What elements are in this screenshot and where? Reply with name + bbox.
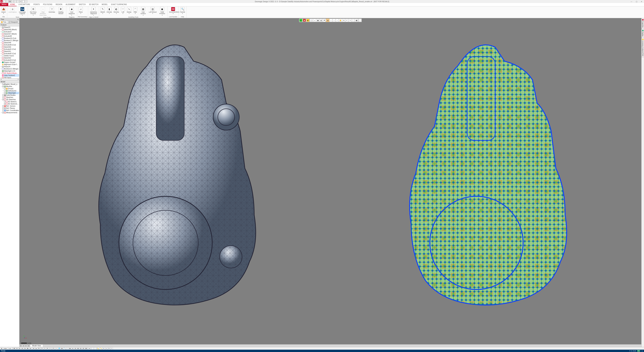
bt-16-icon[interactable]: ⟲ (56, 347, 58, 350)
checkbox[interactable]: ✓ (2, 112, 4, 113)
bt-31-icon[interactable]: 📐 (97, 347, 100, 350)
tree-tab-tree[interactable]: Tree (0, 21, 8, 23)
bt-36-icon[interactable]: ⊙ (111, 347, 113, 350)
feature-tree-scrollbar[interactable] (0, 78, 19, 80)
checkbox[interactable]: ✓ (4, 92, 6, 94)
vt-split-icon[interactable]: ▥ (320, 19, 322, 22)
menu-tab-points[interactable]: POINTS (32, 3, 41, 6)
bt-2-icon[interactable]: ▤ (16, 347, 18, 350)
feature-item[interactable]: +Boolean10 (Cut) (0, 37, 19, 39)
feature-item[interactable]: +Extrude42 (Cut) (0, 52, 19, 55)
vt-expand-icon[interactable]: ⛶ (358, 19, 362, 22)
qat-cmd-icon[interactable]: ⌘ (20, 0, 22, 3)
expand-icon[interactable]: + (0, 77, 2, 78)
feature-item[interactable]: +Delete Face1 (0, 55, 19, 57)
menu-tab-home[interactable]: HOME (8, 3, 16, 6)
expand-icon[interactable]: + (0, 29, 2, 30)
minimize-button[interactable]: — (629, 0, 634, 3)
bt-10-icon[interactable]: ◓ (38, 347, 40, 350)
feature-item[interactable]: +Sketch49 (0, 42, 19, 44)
checkbox[interactable] (2, 110, 4, 111)
model-item[interactable]: 3D Sketch1 (0, 101, 19, 103)
qat-drop-icon[interactable]: ▾ (25, 0, 27, 3)
vt-persp-icon[interactable]: ▱ (313, 19, 316, 22)
expand-icon[interactable]: + (0, 62, 2, 63)
feature-item[interactable]: +Fill Face1 (0, 76, 19, 78)
ribbon-btn-geomagiccapture[interactable]: CaGeomagic Capture▼ (18, 7, 27, 16)
checkbox[interactable] (4, 90, 6, 92)
menu-tab-sketch[interactable]: SKETCH (77, 3, 87, 6)
right-tab-properties[interactable]: Properties (642, 18, 644, 29)
bt-33-icon[interactable]: ⊕ (102, 347, 105, 350)
model-item[interactable]: +Group1 (0, 88, 19, 90)
ribbon-btn-runscanprocess[interactable]: ⚙Run Scan Process▼ (28, 7, 38, 16)
bt-29-icon[interactable]: ⬚ (91, 347, 94, 350)
feature-item[interactable]: Alignment Scan for Bas (0, 63, 19, 66)
expand-icon[interactable]: + (0, 51, 2, 52)
ribbon-btn-extrude[interactable]: ▮Extrude▼ (106, 7, 113, 14)
feature-item[interactable]: +Extrude41 (Cut) (0, 48, 19, 50)
bt-9-icon[interactable]: ◒ (35, 347, 38, 350)
model-root[interactable]: CalBaptist_Result_smaller (0, 83, 19, 85)
expand-icon[interactable]: + (2, 88, 4, 89)
model-item[interactable]: Ref. Vectors (0, 105, 19, 107)
menu-tab-alignment[interactable]: ALIGNMENT (64, 3, 77, 6)
vt-redo-icon[interactable]: ↷ (348, 19, 352, 22)
qat-select-icon[interactable]: ▫ (22, 0, 24, 3)
checkbox[interactable] (4, 88, 6, 89)
view-tab-prev[interactable]: ◄ (22, 345, 25, 347)
view-tab-modelview[interactable]: Model View (30, 345, 43, 347)
qat-new-icon[interactable]: □ (3, 0, 6, 3)
expand-icon[interactable]: + (0, 57, 2, 59)
model-item[interactable]: ✓3D Sketch2(AutoSurface (0, 103, 19, 105)
qat-reset-icon[interactable]: ⟲ (12, 0, 14, 3)
bt-19-icon[interactable]: 🔍 (64, 347, 66, 350)
feature-item[interactable]: +Boolean12 (Merge) (0, 68, 19, 70)
feature-item[interactable]: +Sketch52 (0, 57, 19, 59)
qat-undo-icon[interactable]: ↶ (14, 0, 16, 3)
checkbox[interactable] (2, 94, 4, 96)
bt-8-icon[interactable]: ◑ (32, 347, 35, 350)
ribbon-btn-sweep[interactable]: ∿Sweep▼ (126, 7, 132, 14)
vt-region-icon[interactable]: ▨ (326, 19, 329, 22)
ribbon-btn-healingwizard[interactable]: ✚Healing Wizard (56, 7, 66, 15)
ribbon-btn-interactivealignment[interactable]: ✶Interactive Alignment▼ (89, 7, 98, 16)
feature-item[interactable]: +Boolean11 (Merge) (0, 39, 19, 42)
expand-icon[interactable]: + (1, 112, 2, 113)
qat-redo-icon[interactable]: ↷ (17, 0, 19, 3)
expand-icon[interactable]: + (0, 59, 2, 61)
checkbox[interactable] (2, 105, 4, 107)
expand-icon[interactable]: + (0, 42, 2, 43)
ribbon-btn-sketch[interactable]: ✎Sketch▼ (100, 7, 106, 14)
feature-item[interactable]: +Plane23 (0, 26, 19, 28)
expand-icon[interactable]: − (1, 86, 2, 87)
model-item[interactable]: −✓3D Sketches (0, 98, 19, 101)
menu-tab-3dsketch[interactable]: 3D SKETCH (87, 3, 100, 6)
bt-24-icon[interactable]: ▦ (77, 347, 79, 350)
expand-icon[interactable]: + (2, 90, 4, 92)
ribbon-btn-decimate[interactable]: ▽Decimate (48, 7, 56, 13)
bt-25-icon[interactable]: ▧ (80, 347, 82, 350)
ribbon-btn-solidprimitive[interactable]: ◼Solid Primitive▼ (158, 7, 167, 16)
qat-open-icon[interactable]: ▭ (6, 0, 8, 3)
view-tab-last[interactable]: ⏭ (28, 345, 30, 347)
bt-17-icon[interactable]: 🌐 (58, 347, 60, 350)
status-expand-icon[interactable]: ▭ (642, 350, 643, 352)
bt-34-icon[interactable]: ◎ (105, 347, 108, 350)
3d-viewport[interactable]: ● ■ ◐ ▢ ▱ ▦ ▥ ⚑ ▨ ○ ○ ○ ✋ ⟲ ↶ ↷ ⛶ ▦ ⛶ (20, 18, 641, 347)
bt-35-icon[interactable]: ✜ (108, 347, 110, 350)
menu-tab-menu[interactable]: MENU (0, 3, 8, 6)
ribbon-btn-autosurface[interactable]: ▦Auto Surface▼ (138, 7, 148, 16)
qat-save-icon[interactable]: 💾 (9, 0, 11, 3)
bt-11-icon[interactable]: ⊞ (41, 347, 43, 350)
vt-flag-icon[interactable]: ⚑ (323, 19, 326, 22)
menu-tab-polygons[interactable]: POLYGONS (41, 3, 54, 6)
ribbon-btn-plane[interactable]: ▱Plane▼ (78, 7, 84, 14)
bt-1-icon[interactable]: ▦ (13, 347, 16, 350)
expand-icon[interactable]: + (0, 55, 2, 56)
menu-tab-region[interactable]: REGION (54, 3, 64, 6)
status-unit[interactable]: in. (637, 350, 640, 352)
ribbon-btn-loftwizard[interactable]: ▥Loft Wizard▼ (148, 7, 157, 14)
right-tab-display[interactable]: Display (642, 29, 644, 38)
bt-4-icon[interactable]: ▧ (21, 347, 24, 350)
